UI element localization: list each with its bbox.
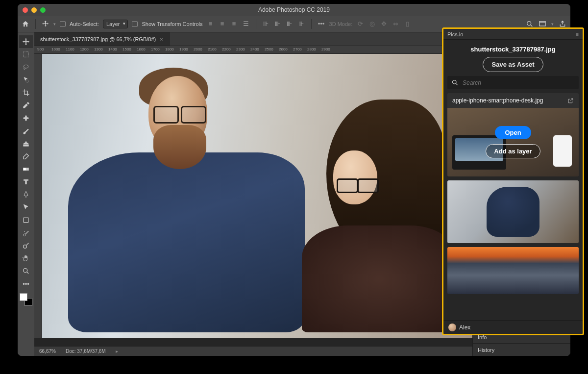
window-title: Adobe Photoshop CC 2019 — [18, 6, 570, 13]
color-swatch[interactable] — [20, 293, 32, 306]
canvas[interactable] — [42, 54, 472, 338]
svg-rect-9 — [24, 218, 28, 222]
shape-tool[interactable] — [19, 214, 33, 226]
save-as-asset-button[interactable]: Save as Asset — [483, 57, 544, 72]
quick-select-tool[interactable] — [19, 74, 33, 86]
history-brush-tool[interactable] — [19, 226, 33, 239]
type-tool[interactable] — [19, 175, 33, 188]
add-as-layer-button[interactable]: Add as layer — [486, 144, 540, 158]
zoom-level[interactable]: 66,67% — [39, 349, 56, 354]
asset-card[interactable]: apple-iphone-smartphone-desk.jpg Open Ad… — [447, 93, 579, 176]
document-tab-label: shutterstock_337787987.jpg @ 66,7% (RGB/… — [40, 36, 156, 42]
titlebar: Adobe Photoshop CC 2019 — [18, 4, 570, 16]
dodge-tool[interactable] — [19, 239, 33, 252]
pen-tool[interactable] — [19, 188, 33, 201]
gradient-tool[interactable] — [19, 163, 33, 175]
search-field[interactable] — [447, 76, 579, 89]
ruler-vertical — [34, 54, 42, 338]
ruler-horizontal: 9001000110012001300140015001600170018001… — [34, 46, 472, 54]
history-tab[interactable]: History — [473, 343, 570, 356]
autoselect-checkbox[interactable] — [60, 21, 66, 27]
external-link-icon[interactable] — [567, 98, 574, 104]
doc-size[interactable]: Doc: 37,6M/37,6M — [66, 349, 106, 354]
distribute-top-icon[interactable]: ⊪ — [262, 20, 270, 28]
svg-rect-6 — [25, 116, 27, 121]
more-options-icon[interactable]: ••• — [318, 20, 325, 28]
picsio-tab[interactable]: Pics.io ≡ — [443, 29, 583, 40]
username: Alex — [459, 324, 470, 331]
workspace-chevron-icon[interactable]: ▾ — [551, 22, 554, 26]
svg-point-4 — [26, 80, 28, 82]
hand-tool[interactable] — [19, 252, 33, 265]
transform-label: Show Transform Controls — [142, 21, 202, 27]
canvas-area[interactable] — [34, 54, 472, 346]
search-icon[interactable] — [526, 20, 534, 28]
align-center-h-icon[interactable]: ≡ — [219, 20, 226, 28]
picsio-panel: Pics.io ≡ shutterstock_337787987.jpg Sav… — [442, 27, 584, 335]
zoom-tool[interactable] — [19, 265, 33, 277]
roll-3d-icon: ◎ — [368, 20, 376, 28]
workspace-icon[interactable] — [539, 20, 546, 28]
autoselect-label: Auto-Select: — [70, 21, 99, 27]
eyedropper-tool[interactable] — [19, 99, 33, 112]
avatar[interactable] — [448, 324, 456, 331]
svg-point-3 — [24, 65, 28, 68]
move-tool-icon[interactable] — [42, 20, 49, 28]
camera-3d-icon: ▯ — [403, 20, 411, 28]
svg-point-16 — [453, 80, 457, 84]
healing-brush-tool[interactable] — [19, 112, 33, 125]
svg-rect-1 — [539, 21, 545, 25]
asset-card[interactable] — [447, 247, 579, 294]
asset-card[interactable] — [447, 180, 579, 243]
edit-toolbar-button[interactable]: ••• — [19, 277, 33, 290]
open-button[interactable]: Open — [495, 126, 531, 139]
orbit-3d-icon: ⟳ — [356, 20, 364, 28]
pan-3d-icon: ✥ — [380, 20, 388, 28]
svg-point-10 — [24, 245, 27, 249]
svg-rect-2 — [24, 52, 29, 57]
tool-panel: ••• — [18, 32, 34, 356]
svg-rect-8 — [24, 168, 26, 170]
svg-point-11 — [24, 269, 27, 273]
marquee-tool[interactable] — [19, 48, 33, 61]
document-tab-bar: shutterstock_337787987.jpg @ 66,7% (RGB/… — [34, 32, 472, 46]
svg-point-0 — [527, 21, 531, 25]
move-tool[interactable] — [19, 35, 33, 48]
current-filename: shutterstock_337787987.jpg — [447, 46, 579, 53]
align-top-icon[interactable]: ☰ — [242, 20, 250, 28]
close-tab-icon[interactable]: × — [160, 36, 163, 42]
asset-filename: apple-iphone-smartphone-desk.jpg — [452, 97, 543, 104]
autoselect-target-dropdown[interactable]: Layer — [103, 20, 128, 28]
eraser-tool[interactable] — [19, 150, 33, 163]
path-select-tool[interactable] — [19, 201, 33, 214]
align-left-icon[interactable]: ≡ — [207, 20, 215, 28]
home-icon[interactable] — [22, 20, 29, 28]
slide-3d-icon: ⇔ — [392, 20, 399, 28]
status-chevron-icon[interactable]: ▸ — [116, 349, 118, 354]
document-image — [42, 54, 472, 338]
clone-stamp-tool[interactable] — [19, 137, 33, 150]
status-bar: 66,67% Doc: 37,6M/37,6M ▸ — [34, 346, 472, 356]
distribute-center-v-icon[interactable]: ⊪ — [274, 20, 282, 28]
panel-menu-icon[interactable]: ≡ — [576, 31, 579, 37]
document-tab[interactable]: shutterstock_337787987.jpg @ 66,7% (RGB/… — [34, 32, 170, 46]
mode3d-label: 3D Mode: — [329, 21, 353, 27]
align-right-icon[interactable]: ≡ — [230, 20, 238, 28]
lasso-tool[interactable] — [19, 61, 33, 74]
search-icon — [451, 79, 459, 86]
distribute-bottom-icon[interactable]: ⊪ — [286, 20, 294, 28]
brush-tool[interactable] — [19, 125, 33, 137]
distribute-more-icon[interactable]: ⊪ — [297, 20, 305, 28]
asset-thumbnail: Open Add as layer — [447, 108, 579, 176]
plugin-footer: Alex — [443, 320, 583, 334]
transform-checkbox[interactable] — [132, 21, 138, 27]
share-icon[interactable] — [559, 20, 566, 28]
tool-preset-chevron-icon[interactable]: ▾ — [53, 22, 56, 26]
search-input[interactable] — [463, 79, 575, 86]
crop-tool[interactable] — [19, 86, 33, 99]
